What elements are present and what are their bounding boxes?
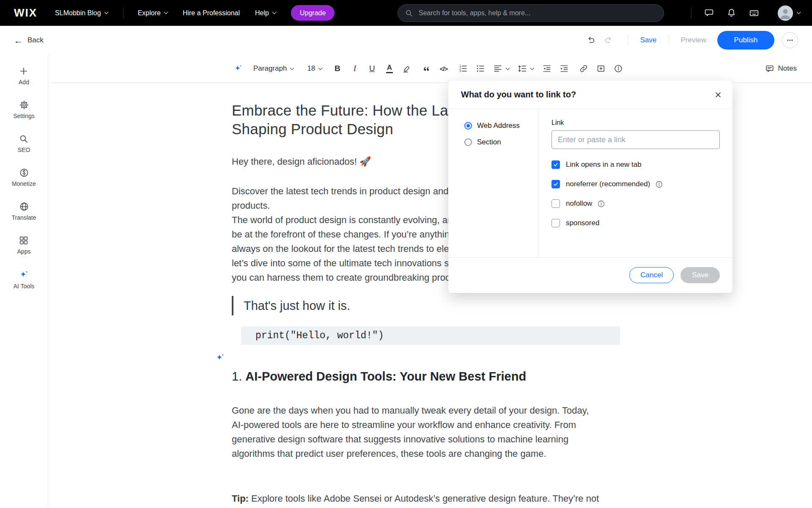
ai-sparkle-icon[interactable] [229,60,247,77]
nav-explore-label: Explore [138,9,161,17]
close-icon[interactable] [713,90,723,100]
link-url-input[interactable] [551,130,720,149]
nav-explore[interactable]: Explore [138,9,167,17]
bullet-list-icon[interactable] [472,60,489,77]
underline-icon[interactable]: U [363,60,381,77]
checkbox-label: sponsored [566,219,599,227]
site-menu-label: SLMobbin Blog [55,9,101,17]
sidebar-item-translate[interactable]: Translate [12,202,36,221]
plus-icon [19,66,29,76]
line-spacing-icon [518,64,527,73]
link-field-label: Link [551,119,720,127]
ai-sparkle-icon[interactable] [214,352,225,363]
sidebar-label: AI Tools [14,283,35,290]
checkbox-label: noreferrer (recommended) [566,180,650,188]
ordered-list-icon[interactable]: 123 [454,60,472,77]
nav-hire-a-professional[interactable]: Hire a Professional [183,9,240,17]
post-tip-paragraph[interactable]: Tip: Explore tools like Adobe Sensei or … [232,477,620,508]
divider [669,35,669,46]
upgrade-button[interactable]: Upgrade [291,5,335,21]
dollar-circle-icon [19,168,29,178]
divider [628,35,628,46]
nav-help[interactable]: Help [255,9,276,17]
alignment-dropdown[interactable] [490,60,513,77]
radio-unselected-icon [464,138,472,146]
topbar-right [691,0,800,26]
font-size-dropdown[interactable]: 18 [304,60,325,77]
back-label: Back [27,36,44,44]
checkbox-new-tab[interactable]: Link opens in a new tab [551,160,720,169]
link-icon[interactable] [575,60,592,77]
link-type-options: Web Address Section [448,109,538,257]
top-navigation-bar: WIX SLMobbin Blog Explore Hire a Profess… [0,0,812,26]
info-icon[interactable] [655,180,663,188]
modal-title: What do you want to link to? [461,90,576,99]
comments-icon[interactable] [704,8,714,18]
sidebar-item-ai-tools[interactable]: AI Tools [14,269,35,290]
checkbox-nofollow[interactable]: nofollow [551,199,720,208]
gear-icon [19,100,29,110]
sidebar-item-seo[interactable]: SEO [18,134,30,153]
global-search[interactable] [398,4,664,22]
decrease-indent-icon[interactable] [538,60,555,77]
modal-header: What do you want to link to? [448,80,732,109]
actionbar-right: Save Preview Publish [583,31,798,50]
text-color-icon[interactable]: A [381,60,398,77]
divider [691,8,691,19]
magnifier-icon [19,134,29,144]
notifications-bell-icon[interactable] [727,8,736,18]
sidebar-item-settings[interactable]: Settings [13,100,35,119]
notes-button[interactable]: Notes [765,64,797,73]
modal-body: Web Address Section Link Link opens in a… [448,109,732,257]
radio-section[interactable]: Section [464,138,538,146]
chevron-down-icon [318,66,323,70]
keyboard-shortcuts-icon[interactable] [749,8,759,18]
search-input[interactable] [418,9,657,17]
globe-icon [19,202,29,212]
preview-link[interactable]: Preview [681,36,706,44]
sidebar-label: Apps [17,248,31,255]
post-blockquote[interactable]: That's just how it is. [232,296,620,315]
line-spacing-dropdown[interactable] [514,60,537,77]
paragraph-style-dropdown[interactable]: Paragraph [250,60,297,77]
post-body-paragraph[interactable]: Gone are the days when you had to manual… [232,403,620,461]
increase-indent-icon[interactable] [555,60,573,77]
back-button[interactable]: ← Back [14,36,44,45]
text-format-toolbar: Paragraph 18 B I U A </> [48,55,812,83]
sidebar-item-apps[interactable]: Apps [17,235,31,255]
sidebar-item-monetize[interactable]: Monetize [12,168,36,187]
chevron-down-icon [164,10,168,14]
bold-icon[interactable]: B [329,60,346,77]
heading-number: 1. [232,370,245,383]
info-icon[interactable] [609,60,627,77]
blockquote-icon[interactable] [417,60,435,77]
undo-icon[interactable] [583,33,598,48]
checkbox-checked-icon [551,180,560,188]
publish-button[interactable]: Publish [717,31,774,50]
wix-logo[interactable]: WIX [14,6,37,19]
cancel-button[interactable]: Cancel [629,267,674,283]
nav-hire-label: Hire a Professional [183,9,240,17]
info-icon[interactable] [597,200,605,208]
back-arrow-icon: ← [14,36,23,45]
notes-icon [765,64,774,73]
save-link[interactable]: Save [640,36,657,44]
sidebar-label: Settings [13,113,35,119]
radio-web-address[interactable]: Web Address [464,121,538,130]
align-left-icon [493,64,502,73]
checkbox-sponsored[interactable]: sponsored [551,219,720,227]
highlight-color-icon[interactable] [398,60,415,77]
save-button[interactable]: Save [680,267,720,283]
post-section-heading[interactable]: 1. AI-Powered Design Tools: Your New Bes… [232,368,620,385]
radio-label: Web Address [477,121,520,130]
site-menu[interactable]: SLMobbin Blog [55,9,108,17]
redo-icon[interactable] [601,33,616,48]
post-code-block[interactable]: print("Hello, world!") [241,326,620,345]
checkbox-noreferrer[interactable]: noreferrer (recommended) [551,180,720,188]
more-options-button[interactable] [782,32,798,48]
account-menu[interactable] [778,6,800,21]
italic-icon[interactable]: I [346,60,363,77]
code-snippet-icon[interactable]: </> [435,60,452,77]
sidebar-item-add[interactable]: Add [19,66,29,86]
embed-icon[interactable] [592,60,609,77]
